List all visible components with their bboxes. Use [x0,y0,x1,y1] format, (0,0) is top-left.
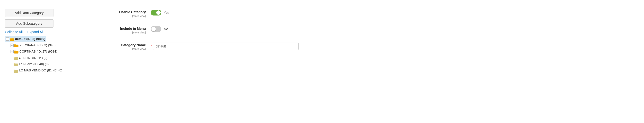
tree-item-lonuevo: Lo Nuevo (ID: 40) (0) [9,61,88,67]
tree-item-persianas: + PERSIANAS (ID: 3) (346) [9,42,88,48]
tree-persianas-label: PERSIANAS (ID: 3) (346) [20,43,56,48]
enable-category-label: Enable Category [102,10,146,14]
category-name-label: Category Name [102,43,146,47]
category-name-input[interactable] [153,43,299,50]
svg-rect-5 [14,51,16,52]
folder-icon-lonuevo [14,62,18,66]
enable-category-sublabel: [store view] [102,14,146,17]
folder-icon-oferta [14,56,18,60]
include-in-menu-thumb [152,27,156,31]
tree-oferta-label: OFERTA (ID: 44) (0) [19,55,48,61]
svg-rect-1 [10,38,12,39]
category-name-label-group: Category Name [store view] [102,42,151,50]
expand-all-link[interactable]: Expand All [28,30,44,34]
tree-item-root: − default (ID: 2) (9860) [5,36,88,42]
enable-category-label-group: Enable Category [store view] [102,9,151,17]
tree-cortinas-label: CORTINAS (ID: 27) (9514) [20,49,57,54]
folder-icon-root [10,37,14,41]
tree-item-cortinas: + CORTINAS (ID: 27) (9514) [9,48,88,55]
tree-item-oferta: OFERTA (ID: 44) (0) [9,55,88,61]
svg-rect-7 [14,57,15,58]
category-name-control: * [151,42,299,50]
tree-toggle-root[interactable]: − [6,37,9,41]
include-in-menu-row: Include in Menu [store view] No [102,25,634,34]
tree-item-oferta-content[interactable]: OFERTA (ID: 44) (0) [9,55,48,61]
tree-item-cortinas-content[interactable]: + CORTINAS (ID: 27) (9514) [9,49,58,55]
tree-root-label: default (ID: 2) (9860) [15,36,45,42]
right-panel: Enable Category [store view] Yes Include… [92,5,644,118]
tree-item-lomasvendido-content[interactable]: LO MÁS VENDIDO (ID: 45) (0) [9,67,63,73]
svg-rect-11 [14,69,15,70]
svg-rect-9 [14,63,15,64]
tree-toggle-cortinas[interactable]: + [10,50,14,53]
include-in-menu-toggle[interactable] [151,26,161,32]
folder-icon-cortinas [14,50,18,53]
folder-icon-lomasvendido [14,69,18,72]
include-in-menu-control: No [151,25,168,32]
tree-lomasvendido-label: LO MÁS VENDIDO (ID: 45) (0) [19,68,62,73]
include-in-menu-sublabel: [store view] [102,31,146,34]
category-name-sublabel: [store view] [102,48,146,50]
collapse-all-link[interactable]: Collapse All [5,30,22,34]
separator: | [24,30,26,34]
tree-lonuevo-label: Lo Nuevo (ID: 40) (0) [19,62,48,67]
enable-category-control: Yes [151,9,170,15]
collapse-expand-row: Collapse All | Expand All [5,30,88,34]
add-subcategory-button[interactable]: Add Subcategory [5,19,54,28]
include-in-menu-value: No [164,27,168,31]
left-panel: Add Root Category Add Subcategory Collap… [0,5,92,118]
include-in-menu-label-group: Include in Menu [store view] [102,25,151,34]
folder-icon-persianas [14,44,18,47]
category-name-row: Category Name [store view] * [102,42,634,50]
include-in-menu-track [151,26,161,32]
svg-rect-3 [14,44,16,45]
include-in-menu-label: Include in Menu [102,27,146,31]
enable-category-track [151,10,161,15]
enable-category-toggle[interactable] [151,10,161,15]
enable-category-row: Enable Category [store view] Yes [102,9,634,17]
required-star: * [151,44,152,48]
tree-item-lomasvendido: LO MÁS VENDIDO (ID: 45) (0) [9,67,88,74]
tree-item-lonuevo-content[interactable]: Lo Nuevo (ID: 40) (0) [9,61,50,67]
tree-toggle-persianas[interactable]: + [10,44,14,47]
tree-item-root-content[interactable]: − default (ID: 2) (9860) [5,36,46,42]
category-tree: − default (ID: 2) (9860) + [5,36,88,74]
enable-category-value: Yes [164,11,170,14]
enable-category-thumb [156,10,161,15]
add-root-category-button[interactable]: Add Root Category [5,9,54,17]
tree-item-persianas-content[interactable]: + PERSIANAS (ID: 3) (346) [9,42,56,48]
tree-children: + PERSIANAS (ID: 3) (346) + [9,42,88,74]
